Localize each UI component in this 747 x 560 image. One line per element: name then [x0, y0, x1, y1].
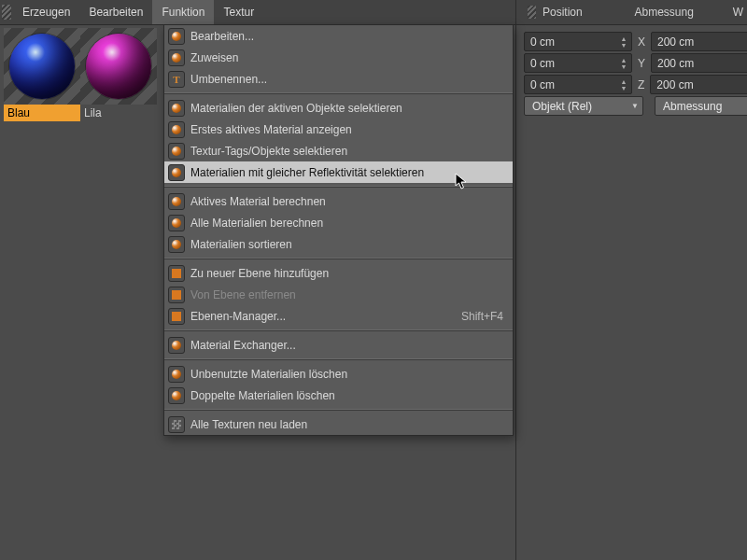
stepper-icon: ▲▼ [618, 57, 631, 70]
menu-item-label: Alle Texturen neu laden [190, 418, 503, 431]
menu-item-materialien-der-aktiven-objekte-selektie[interactable]: Materialien der aktiven Objekte selektie… [164, 97, 513, 119]
coord-row-z: 0 cm▲▼ Z 200 cm▲▼ B [516, 74, 747, 95]
menu-item-label: Zuweisen [190, 51, 503, 64]
menu-item-label: Material Exchanger... [190, 339, 503, 352]
menu-item-icon [168, 337, 185, 354]
material-preview [80, 28, 157, 105]
menu-funktion[interactable]: Funktion [152, 0, 214, 24]
axis-label-y: Y [638, 57, 645, 70]
menu-item-icon [168, 236, 185, 253]
axis-label-z: Z [638, 78, 644, 91]
menu-item-ebenen-manager[interactable]: Ebenen-Manager...Shift+F4 [164, 305, 513, 327]
funktion-dropdown: Bearbeiten...ZuweisenTUmbenennen...Mater… [163, 24, 514, 436]
header-position: Position [543, 6, 635, 19]
menu-separator [164, 358, 513, 360]
menu-item-von-ebene-entfernen[interactable]: Von Ebene entfernen [164, 284, 513, 305]
menu-item-textur-tags-objekte-selektieren[interactable]: Textur-Tags/Objekte selektieren [164, 140, 513, 161]
menu-item-alle-texturen-neu-laden[interactable]: Alle Texturen neu laden [164, 413, 513, 435]
menu-item-label: Umbenennen... [190, 73, 503, 86]
menu-item-icon [168, 49, 185, 66]
menu-item-icon [168, 416, 185, 433]
menu-erzeugen[interactable]: Erzeugen [13, 0, 79, 24]
material-thumb-lila[interactable]: Lila [80, 28, 157, 556]
coord-row-y: 0 cm▲▼ Y 200 cm▲▼ P [516, 52, 747, 74]
menu-item-label: Materialien sortieren [190, 238, 503, 251]
chevron-down-icon: ▼ [631, 102, 639, 110]
menu-bearbeiten[interactable]: Bearbeiten [79, 0, 152, 24]
position-y-field[interactable]: 0 cm▲▼ [524, 53, 632, 73]
dropdown-row: Objekt (Rel)▼ Abmessung▼ [516, 95, 747, 117]
menu-separator [164, 92, 513, 94]
menu-item-icon [168, 265, 185, 282]
size-z-field[interactable]: 200 cm▲▼ [650, 75, 747, 94]
material-thumb-blau[interactable]: Blau [4, 28, 80, 556]
menu-item-label: Materialien mit gleicher Reflektivität s… [190, 166, 503, 179]
menu-item-umbenennen[interactable]: TUmbenennen... [164, 68, 513, 90]
menu-item-zu-neuer-ebene-hinzuf-gen[interactable]: Zu neuer Ebene hinzufügen [164, 262, 513, 284]
menu-separator [164, 186, 513, 188]
coord-row-x: 0 cm▲▼ X 200 cm▲▼ H [516, 31, 747, 52]
dimension-mode-dropdown[interactable]: Abmessung▼ [655, 96, 747, 116]
menu-item-bearbeiten[interactable]: Bearbeiten... [164, 25, 513, 47]
menu-item-unbenutzte-materialien-l-schen[interactable]: Unbenutzte Materialien löschen [164, 363, 513, 385]
menu-item-icon [168, 387, 185, 404]
size-x-field[interactable]: 200 cm▲▼ [651, 32, 747, 51]
menu-item-icon [168, 28, 185, 45]
menubar-grip [0, 0, 13, 24]
menu-item-label: Alle Materialien berechnen [190, 217, 503, 230]
stepper-icon: ▲▼ [618, 78, 631, 91]
position-z-field[interactable]: 0 cm▲▼ [524, 75, 632, 94]
size-y-field[interactable]: 200 cm▲▼ [651, 53, 747, 73]
menu-separator [164, 409, 513, 411]
menu-item-alle-materialien-berechnen[interactable]: Alle Materialien berechnen [164, 212, 513, 233]
attr-grip [528, 6, 543, 19]
material-label: Blau [4, 105, 80, 121]
menu-item-label: Unbenutzte Materialien löschen [190, 368, 503, 381]
object-mode-dropdown[interactable]: Objekt (Rel)▼ [524, 96, 643, 116]
menu-item-materialien-mit-gleicher-reflektivit-t-s[interactable]: Materialien mit gleicher Reflektivität s… [164, 161, 513, 183]
stepper-icon: ▲▼ [618, 35, 631, 49]
header-abmessung: Abmessung [635, 6, 727, 19]
menu-item-shortcut: Shift+F4 [461, 310, 503, 323]
attributes-panel: Position Abmessung W 0 cm▲▼ X 200 cm▲▼ H… [515, 0, 747, 560]
menu-item-icon [168, 215, 185, 231]
menu-item-icon [168, 308, 185, 325]
menu-item-doppelte-materialien-l-schen[interactable]: Doppelte Materialien löschen [164, 385, 513, 406]
menu-item-material-exchanger[interactable]: Material Exchanger... [164, 334, 513, 356]
menu-item-label: Bearbeiten... [190, 30, 503, 43]
position-x-field[interactable]: 0 cm▲▼ [524, 32, 632, 51]
menu-item-materialien-sortieren[interactable]: Materialien sortieren [164, 233, 513, 255]
menu-item-label: Ebenen-Manager... [190, 310, 456, 323]
menu-item-label: Von Ebene entfernen [190, 288, 503, 301]
menu-item-label: Zu neuer Ebene hinzufügen [190, 267, 503, 280]
menu-item-icon: T [168, 71, 185, 88]
header-w: W [726, 6, 747, 19]
menu-item-erstes-aktives-material-anzeigen[interactable]: Erstes aktives Material anzeigen [164, 119, 513, 140]
menu-item-label: Erstes aktives Material anzeigen [190, 123, 503, 136]
menu-item-aktives-material-berechnen[interactable]: Aktives Material berechnen [164, 190, 513, 212]
menu-item-icon [168, 121, 185, 138]
menu-item-label: Aktives Material berechnen [190, 195, 503, 208]
material-preview [4, 28, 80, 105]
material-label: Lila [80, 105, 157, 121]
menu-item-icon [168, 366, 185, 383]
menu-item-icon [168, 193, 185, 210]
menu-item-label: Materialien der aktiven Objekte selektie… [190, 102, 503, 115]
menu-item-icon [168, 100, 185, 117]
menu-item-label: Textur-Tags/Objekte selektieren [190, 145, 503, 158]
menu-textur[interactable]: Textur [214, 0, 263, 24]
axis-label-x: X [638, 35, 645, 49]
menu-separator [164, 329, 513, 331]
menu-item-zuweisen[interactable]: Zuweisen [164, 47, 513, 68]
attributes-header: Position Abmessung W [516, 0, 747, 25]
menu-item-icon [168, 164, 185, 181]
menu-separator [164, 258, 513, 259]
menu-item-label: Doppelte Materialien löschen [190, 389, 503, 402]
menu-item-icon [168, 287, 185, 303]
menu-item-icon [168, 143, 185, 160]
material-panel: Blau Lila [0, 24, 163, 560]
